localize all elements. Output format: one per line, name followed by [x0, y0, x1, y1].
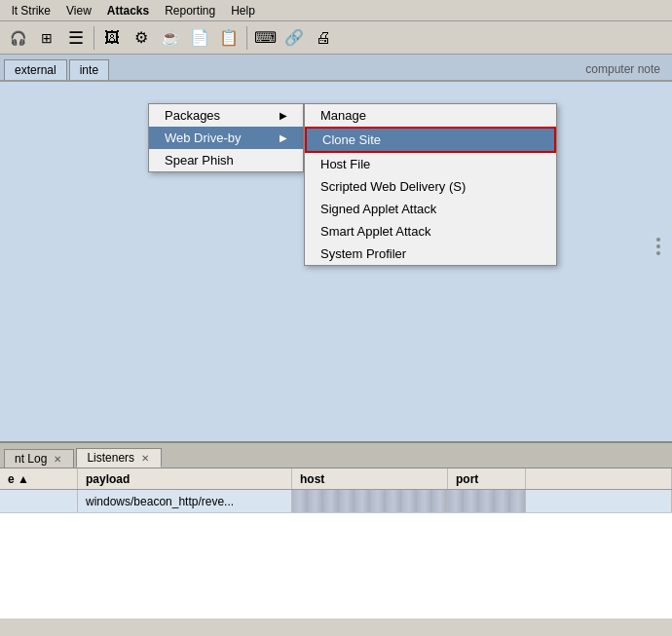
- computer-note-text: computer note: [585, 62, 668, 80]
- tab-event-log[interactable]: nt Log ✕: [4, 449, 74, 468]
- col-port: port: [448, 468, 526, 489]
- menubar: lt Strike View Attacks Reporting Help: [0, 0, 672, 21]
- menu-view[interactable]: View: [58, 2, 99, 19]
- table-header: e ▲ payload host port: [0, 468, 672, 490]
- submenu-clone-site[interactable]: Clone Site: [305, 127, 556, 153]
- toolbar: 🎧 ⊞ ☰ 🖼 ⚙ ☕ 📄 📋 ⌨ 🔗 🖨: [0, 21, 672, 55]
- scroll-indicator: [656, 238, 660, 255]
- menu-icon[interactable]: ☰: [62, 24, 90, 52]
- tab-listeners-label: Listeners: [87, 451, 134, 465]
- gear-icon[interactable]: ⚙: [128, 24, 155, 52]
- main-tabbar: external inte computer note: [0, 55, 672, 82]
- tab-inte-label: inte: [80, 63, 98, 77]
- listeners-table: e ▲ payload host port windows/beacon_htt…: [0, 468, 672, 618]
- arrow-icon: ▶: [280, 110, 287, 121]
- terminal-icon[interactable]: ⌨: [251, 24, 279, 52]
- tab-external[interactable]: external: [4, 59, 67, 80]
- scroll-dot: [656, 238, 660, 242]
- scroll-dot: [656, 244, 660, 248]
- cell-extra: [526, 490, 672, 512]
- link-icon[interactable]: 🔗: [280, 24, 308, 52]
- menu-cobalt-strike[interactable]: lt Strike: [4, 2, 58, 19]
- menu-item-packages[interactable]: Packages ▶: [149, 104, 303, 127]
- table-row[interactable]: windows/beacon_http/reve...: [0, 490, 672, 513]
- col-host: host: [292, 468, 448, 489]
- tab-inte[interactable]: inte: [69, 59, 109, 80]
- arrow-icon: ▶: [280, 132, 287, 143]
- grid-icon[interactable]: ⊞: [33, 24, 60, 52]
- printer-icon[interactable]: 🖨: [310, 24, 337, 52]
- coffee-icon[interactable]: ☕: [157, 24, 184, 52]
- headphones-icon[interactable]: 🎧: [4, 24, 31, 52]
- webdriveby-submenu: Manage Clone Site Host File Scripted Web…: [304, 103, 557, 266]
- cell-payload: windows/beacon_http/reve...: [78, 490, 292, 512]
- clipboard-icon[interactable]: 📋: [215, 24, 243, 52]
- col-extra: [526, 468, 672, 489]
- bottom-panel: nt Log ✕ Listeners ✕ e ▲ payload host po…: [0, 441, 672, 636]
- menu-reporting[interactable]: Reporting: [157, 2, 223, 19]
- menu-item-spearphish[interactable]: Spear Phish: [149, 149, 303, 171]
- bottom-tabbar: nt Log ✕ Listeners ✕: [0, 443, 672, 468]
- attacks-dropdown: Packages ▶ Web Drive-by ▶ Spear Phish: [148, 103, 304, 172]
- submenu-system-profiler[interactable]: System Profiler: [305, 243, 556, 265]
- tab-external-label: external: [15, 63, 56, 77]
- tab-event-log-close[interactable]: ✕: [52, 454, 63, 465]
- submenu-manage[interactable]: Manage: [305, 104, 556, 127]
- menu-item-webdriveby[interactable]: Web Drive-by ▶: [149, 127, 303, 149]
- cell-port: [448, 490, 526, 512]
- col-name: e ▲: [0, 468, 78, 489]
- submenu-scripted-web-delivery[interactable]: Scripted Web Delivery (S): [305, 175, 556, 198]
- submenu-signed-applet[interactable]: Signed Applet Attack: [305, 198, 556, 220]
- submenu-host-file[interactable]: Host File: [305, 153, 556, 175]
- cell-name: [0, 490, 78, 512]
- doc-icon[interactable]: 📄: [186, 24, 213, 52]
- tab-event-log-label: nt Log: [15, 452, 47, 466]
- col-payload: payload: [78, 468, 292, 489]
- menu-attacks[interactable]: Attacks: [99, 2, 157, 19]
- main-content-area: Packages ▶ Web Drive-by ▶ Spear Phish Ma…: [0, 82, 672, 393]
- cell-host: [292, 490, 448, 512]
- image-icon[interactable]: 🖼: [98, 24, 126, 52]
- submenu-smart-applet[interactable]: Smart Applet Attack: [305, 220, 556, 243]
- tab-listeners-close[interactable]: ✕: [139, 453, 151, 464]
- separator-1: [93, 26, 94, 50]
- tab-listeners[interactable]: Listeners ✕: [76, 448, 162, 468]
- separator-2: [246, 26, 247, 50]
- menu-help[interactable]: Help: [223, 2, 263, 19]
- scroll-dot: [656, 251, 660, 255]
